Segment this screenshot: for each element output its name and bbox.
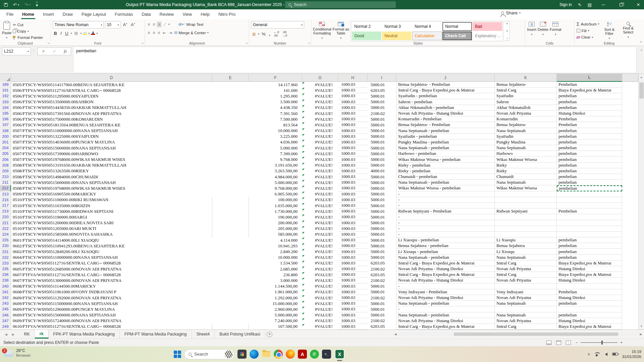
cell-M246[interactable]	[622, 312, 638, 318]
zoom-in-icon[interactable]: +	[620, 340, 623, 345]
cell-K200[interactable]: Syaifudin	[495, 134, 557, 139]
cell-I231[interactable]: 5000.01	[368, 249, 396, 254]
cell-I240[interactable]: 5000.01	[368, 284, 396, 289]
cell-H205[interactable]: 1000.03	[338, 151, 368, 157]
style-explanatory[interactable]: Explanatory ...	[473, 32, 502, 40]
collapse-ribbon-icon[interactable]: ˄	[640, 40, 642, 44]
cell-G220[interactable]: #VALUE!	[302, 214, 338, 220]
cell-M212[interactable]	[622, 185, 638, 191]
cell-K198[interactable]: Nana Septiansah	[495, 128, 557, 134]
cell-K230[interactable]: Benua Sejahtera	[495, 243, 557, 249]
cell-K193[interactable]: Sahron	[495, 99, 557, 105]
comma-style-icon[interactable]: ,	[268, 32, 271, 37]
font-size-box[interactable]: 10▾	[105, 21, 120, 28]
cell-J195[interactable]: Novan Adi Priyatna - Hutang Direksi	[396, 111, 495, 116]
cell-H204[interactable]: 1000.03	[338, 145, 368, 151]
column-header-partial[interactable]	[622, 74, 638, 82]
cell-D194[interactable]: 0506/FTSCY/WS950514438350.00AKBAR NIKMAT…	[11, 105, 212, 111]
cell-I238[interactable]: 2100.02	[368, 278, 396, 283]
cell-D230[interactable]: 0602/FTSCY/WS9505110941293.00BENUA SEJAH…	[11, 243, 212, 249]
cell-L216[interactable]	[557, 197, 622, 203]
tab-formulas[interactable]: Formulas	[110, 9, 137, 19]
cell-I246[interactable]: 5000.01	[368, 312, 396, 318]
cell-D238[interactable]: 0607/FTSCY/WS950513000000.00NOVAN ADI PR…	[11, 278, 212, 283]
cell-H221[interactable]: 1000.03	[338, 220, 368, 226]
cell-L233[interactable]: Biaya Expedisi,pos & Materai	[557, 260, 622, 266]
cell-G243[interactable]: #VALUE!	[302, 301, 338, 306]
cell-E201[interactable]	[212, 139, 249, 145]
cell-L193[interactable]: pembelian	[557, 99, 622, 105]
cell-F246[interactable]: 5.000.000,00	[249, 312, 302, 318]
undo-icon[interactable]: ↶▾	[13, 2, 19, 7]
orientation-icon[interactable]: ⟋	[163, 22, 167, 27]
cell-D224[interactable]: 0510/FTSCY/WS95051585000.00NOVITA SAHASI…	[11, 232, 212, 237]
cell-L211[interactable]: pembelian	[557, 180, 622, 185]
cell-I245[interactable]: 5000.01	[368, 306, 396, 312]
cell-H197[interactable]: 1000.03	[338, 122, 368, 128]
cell-K220[interactable]	[495, 214, 557, 220]
cell-G233[interactable]: #VALUE!	[302, 260, 338, 266]
cell-D189[interactable]: 0505/FTSCY/WS9505114117960.00BENUA SEJAH…	[11, 82, 212, 87]
number-format-box[interactable]: General▾	[251, 21, 304, 28]
cell-I191[interactable]: 6203.05	[368, 87, 396, 93]
row-header-245[interactable]: 245	[0, 306, 11, 312]
row-header-233[interactable]: 233	[0, 260, 11, 266]
cell-J198[interactable]: Nana Septiansah - pembelian	[396, 128, 495, 134]
cell-E209[interactable]	[212, 168, 249, 174]
cell-F195[interactable]: 7.391.560	[249, 111, 302, 116]
cell-D206[interactable]: 0507/FTSCY/WS950519768000.00WIKAS MAKMUR…	[11, 157, 212, 162]
column-header-L[interactable]: L	[557, 74, 622, 82]
cell-I220[interactable]: 5000.01	[368, 214, 396, 220]
cell-G217[interactable]: #VALUE!	[302, 203, 338, 208]
fill-button[interactable]: ↓Fill▾	[577, 28, 599, 34]
cell-F221[interactable]: 200.000,00	[249, 220, 302, 226]
row-header-189[interactable]: 189	[0, 82, 11, 87]
style-check-cell[interactable]: Check Cell	[442, 32, 472, 40]
cell-D205[interactable]: 0507/FTSCY/WS950517399000.00HARBOWO	[11, 151, 212, 157]
battery-icon[interactable]	[612, 353, 618, 356]
cell-F210[interactable]: 4.984.000,00	[249, 174, 302, 180]
weather-widget[interactable]: 2 28°C Berawan	[3, 348, 31, 358]
increase-indent-icon[interactable]: ⇥	[168, 31, 173, 35]
cell-M231[interactable]	[622, 249, 638, 254]
cell-K204[interactable]: Nana Septiansah	[495, 145, 557, 151]
cell-L195[interactable]: Hutang Direksi	[557, 111, 622, 116]
cell-D242[interactable]: 0609/FTSCY/WS950511292000.00NOVAN ADI PR…	[11, 295, 212, 301]
cell-H241[interactable]: 1000.03	[338, 289, 368, 295]
cell-D219[interactable]: 0510/FTSCY/WS950511730000.00RIDWAN SEPTI…	[11, 208, 212, 214]
cell-E197[interactable]	[212, 122, 249, 128]
cell-D212[interactable]: 0508/FTSCY/WS950519768000.00WIKAS MAKMUR…	[11, 185, 212, 191]
cell-F212[interactable]: 9.768.000,00	[249, 185, 302, 191]
cell-G212[interactable]: #VALUE!	[302, 185, 338, 191]
cell-I205[interactable]: 5000.01	[368, 151, 396, 157]
vertical-scrollbar[interactable]: ▲ ▼	[638, 74, 644, 329]
column-header-E[interactable]: E	[212, 74, 249, 82]
cell-H196[interactable]: 1000.03	[338, 116, 368, 122]
copy-button[interactable]: Copy▾	[13, 28, 43, 34]
sheet-tab-fpk[interactable]: FPK-PT Warna Media Packaging	[49, 330, 120, 339]
cell-E200[interactable]	[212, 134, 249, 139]
restore-button[interactable]	[615, 0, 627, 9]
cell-H245[interactable]: 1000.03	[338, 306, 368, 312]
cell-M242[interactable]	[622, 295, 638, 301]
tab-page-layout[interactable]: Page Layout	[77, 9, 110, 19]
cell-J221[interactable]: -	[396, 220, 495, 226]
cell-H226[interactable]: 1000.03	[338, 237, 368, 243]
cell-F242[interactable]: 1.292.000,00	[249, 295, 302, 301]
cell-G226[interactable]: #VALUE!	[302, 237, 338, 243]
sheet-tab-fpm[interactable]: FPM-PT Warna Media Packaging	[120, 330, 192, 339]
cell-L192[interactable]: pembelian	[557, 93, 622, 99]
cell-G201[interactable]: #VALUE!	[302, 139, 338, 145]
cell-H246[interactable]: 1000.03	[338, 312, 368, 318]
row-header-191[interactable]: 191	[0, 87, 11, 93]
cell-G204[interactable]: #VALUE!	[302, 145, 338, 151]
font-name-box[interactable]: Times New Roman▾	[53, 21, 104, 28]
scroll-left-icon[interactable]: ◀	[392, 333, 398, 336]
cell-J222[interactable]: -	[396, 226, 495, 232]
cell-J208[interactable]: Rieky - pembelian	[396, 163, 495, 168]
cell-L242[interactable]: Hutang Direksi	[557, 295, 622, 301]
cell-K241[interactable]: Vony Indrayani	[495, 289, 557, 295]
cell-E198[interactable]	[212, 128, 249, 134]
cell-G210[interactable]: #VALUE!	[302, 174, 338, 180]
style-calculation[interactable]: Calculation	[412, 32, 442, 40]
